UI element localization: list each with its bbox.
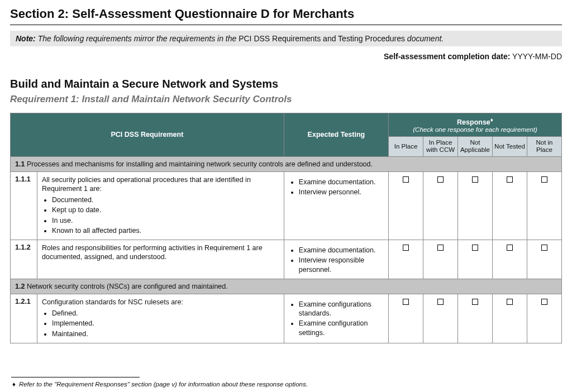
checkbox[interactable] bbox=[403, 299, 409, 305]
completion-date-value: YYYY-MM-DD bbox=[512, 52, 562, 61]
resp-option-not-tested: Not Tested bbox=[493, 137, 527, 156]
checkbox[interactable] bbox=[541, 245, 547, 251]
requirement-title: Requirement 1: Install and Maintain Netw… bbox=[10, 94, 562, 105]
checkbox[interactable] bbox=[507, 176, 513, 183]
testing-cell: Examine documentation. Interview respons… bbox=[284, 240, 388, 279]
footnote-marker-icon: ♦ bbox=[12, 381, 16, 388]
checkbox[interactable] bbox=[472, 176, 478, 183]
row-id: 1.1.2 bbox=[11, 240, 37, 279]
resp-option-in-place: In Place bbox=[389, 137, 423, 156]
col-header-requirement: PCI DSS Requirement bbox=[11, 113, 284, 157]
note-bar: Note: The following requirements mirror … bbox=[10, 31, 562, 46]
col-header-response: Response♦ (Check one response for each r… bbox=[389, 113, 562, 137]
footnote-rule bbox=[11, 377, 140, 377]
note-text-after: document. bbox=[405, 34, 444, 43]
section-title: Section 2: Self-Assessment Questionnaire… bbox=[10, 7, 562, 21]
row-id: 1.1.1 bbox=[11, 171, 37, 240]
group-id: 1.1 bbox=[15, 160, 25, 168]
group-text: Processes and mechanisms for installing … bbox=[27, 160, 373, 168]
checkbox[interactable] bbox=[541, 299, 547, 305]
checkbox[interactable] bbox=[507, 299, 513, 305]
checkbox[interactable] bbox=[472, 245, 478, 251]
checkbox[interactable] bbox=[472, 299, 478, 305]
footnote: ♦Refer to the "Requirement Responses" se… bbox=[12, 381, 562, 388]
category-title: Build and Maintain a Secure Network and … bbox=[10, 78, 562, 90]
checkbox[interactable] bbox=[541, 176, 547, 183]
response-dagger-icon: ♦ bbox=[490, 117, 493, 123]
resp-option-not-in-place: Not in Place bbox=[527, 137, 562, 156]
table-row: 1.1.1 All security policies and operatio… bbox=[11, 171, 562, 240]
table-row: 1.2.1 Configuration standards for NSC ru… bbox=[11, 294, 562, 343]
resp-option-not-applicable: Not Applicable bbox=[458, 137, 493, 156]
requirement-cell: Configuration standards for NSC rulesets… bbox=[37, 294, 284, 343]
testing-cell: Examine documentation. Interview personn… bbox=[284, 171, 388, 240]
completion-date-label: Self-assessment completion date: bbox=[384, 52, 510, 61]
checkbox[interactable] bbox=[403, 176, 409, 183]
checkbox[interactable] bbox=[437, 176, 444, 183]
note-doc-name: PCI DSS Requirements and Testing Procedu… bbox=[239, 34, 405, 43]
group-text: Network security controls (NSCs) are con… bbox=[27, 283, 228, 290]
row-id: 1.2.1 bbox=[11, 294, 37, 343]
requirement-cell: Roles and responsibilities for performin… bbox=[37, 240, 284, 279]
checkbox[interactable] bbox=[507, 245, 513, 251]
resp-option-in-place-ccw: In Place with CCW bbox=[423, 137, 458, 156]
group-id: 1.2 bbox=[15, 283, 25, 290]
note-text-before: The following requirements mirror the re… bbox=[38, 34, 239, 43]
group-row: 1.2 Network security controls (NSCs) are… bbox=[11, 279, 562, 294]
group-row: 1.1 Processes and mechanisms for install… bbox=[11, 156, 562, 171]
title-underline bbox=[10, 25, 562, 25]
testing-cell: Examine configurations standards. Examin… bbox=[284, 294, 388, 343]
completion-date-row: Self-assessment completion date: YYYY-MM… bbox=[10, 52, 562, 61]
col-header-testing: Expected Testing bbox=[284, 113, 388, 157]
requirement-table: PCI DSS Requirement Expected Testing Res… bbox=[10, 113, 562, 343]
checkbox[interactable] bbox=[437, 245, 444, 251]
note-label: Note: bbox=[16, 34, 36, 43]
requirement-cell: All security policies and operational pr… bbox=[37, 171, 284, 240]
table-row: 1.1.2 Roles and responsibilities for per… bbox=[11, 240, 562, 279]
checkbox[interactable] bbox=[403, 245, 409, 251]
checkbox[interactable] bbox=[437, 299, 444, 305]
